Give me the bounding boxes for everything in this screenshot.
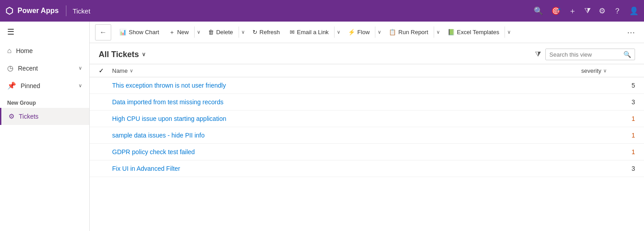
sidebar-home-label: Home bbox=[16, 47, 33, 54]
sidebar-group-label: New Group bbox=[0, 94, 89, 108]
header-check-col: ✓ bbox=[99, 67, 112, 74]
refresh-icon: ↻ bbox=[252, 29, 257, 36]
row-severity-1: 3 bbox=[581, 98, 635, 106]
email-chevron[interactable]: ∨ bbox=[334, 27, 343, 38]
help-icon[interactable]: ？ bbox=[614, 6, 621, 16]
table-row[interactable]: This exception thrown is not user friend… bbox=[90, 77, 644, 94]
row-link-5[interactable]: Fix UI in Advanced Filter bbox=[112, 165, 180, 172]
recent-icon: ◷ bbox=[7, 64, 13, 72]
home-icon: ⌂ bbox=[7, 47, 12, 55]
row-link-2[interactable]: High CPU issue upon starting application bbox=[112, 115, 226, 122]
row-severity-3: 1 bbox=[581, 132, 635, 139]
topbar: ⬡ Power Apps Ticket 🔍 🎯 ＋ ⧩ ⚙ ？ 👤 bbox=[0, 0, 644, 22]
row-severity-2: 1 bbox=[581, 115, 635, 122]
search-box[interactable]: 🔍 bbox=[545, 49, 635, 60]
table-row[interactable]: High CPU issue upon starting application… bbox=[90, 111, 644, 127]
sidebar-tickets-label: Tickets bbox=[19, 113, 39, 120]
content-area: ← 📊 Show Chart ＋ New ∨ 🗑 Delete ∨ ↻ Refr… bbox=[90, 22, 644, 231]
tickets-icon: ⚙ bbox=[9, 112, 14, 120]
refresh-button[interactable]: ↻ Refresh bbox=[248, 26, 285, 38]
user-icon[interactable]: 👤 bbox=[629, 6, 639, 16]
sidebar-recent-label: Recent bbox=[18, 65, 38, 72]
view-title-chevron: ∨ bbox=[142, 51, 146, 58]
pinned-chevron-icon: ∨ bbox=[78, 83, 82, 89]
sidebar-pinned-label: Pinned bbox=[21, 82, 40, 89]
sidebar-item-recent[interactable]: ◷ Recent ∨ bbox=[0, 59, 89, 77]
filter-topbar-icon[interactable]: ⧩ bbox=[584, 6, 591, 15]
row-link-0[interactable]: This exception thrown is not user friend… bbox=[112, 82, 226, 89]
sidebar: ☰ ⌂ Home ◷ Recent ∨ 📌 Pinned ∨ New Group… bbox=[0, 22, 90, 231]
table-row[interactable]: sample data issues - hide PII info 1 bbox=[90, 127, 644, 144]
topbar-icons: 🔍 🎯 ＋ ⧩ ⚙ ？ 👤 bbox=[534, 6, 639, 16]
header-name-col[interactable]: Name ∨ bbox=[112, 67, 581, 74]
search-icon[interactable]: 🔍 bbox=[534, 6, 543, 16]
new-chevron[interactable]: ∨ bbox=[194, 27, 203, 38]
excel-chevron[interactable]: ∨ bbox=[505, 27, 513, 38]
row-severity-5: 3 bbox=[581, 165, 635, 172]
more-button[interactable]: ⋯ bbox=[623, 26, 639, 39]
target-icon[interactable]: 🎯 bbox=[551, 6, 561, 16]
main-layout: ☰ ⌂ Home ◷ Recent ∨ 📌 Pinned ∨ New Group… bbox=[0, 22, 644, 231]
email-link-button[interactable]: ✉ Email a Link bbox=[285, 26, 333, 38]
search-input[interactable] bbox=[549, 51, 621, 58]
run-report-chevron[interactable]: ∨ bbox=[434, 27, 442, 38]
table-row[interactable]: Data imported from test missing records … bbox=[90, 94, 644, 111]
row-severity-4: 1 bbox=[581, 148, 635, 155]
flow-chevron[interactable]: ∨ bbox=[375, 27, 383, 38]
table-row[interactable]: GDPR policy check test failed 1 bbox=[90, 144, 644, 160]
view-title-text: All Tickets bbox=[99, 50, 139, 59]
header-severity-col[interactable]: severity ∨ bbox=[581, 67, 635, 74]
flow-button[interactable]: ⚡ Flow bbox=[344, 26, 374, 38]
back-icon: ← bbox=[100, 28, 107, 36]
row-name-1[interactable]: Data imported from test missing records bbox=[112, 98, 581, 106]
new-icon: ＋ bbox=[169, 28, 175, 36]
table-row[interactable]: Fix UI in Advanced Filter 3 bbox=[90, 160, 644, 177]
header-check-icon[interactable]: ✓ bbox=[99, 67, 104, 74]
back-button[interactable]: ← bbox=[95, 24, 111, 40]
sidebar-item-pinned[interactable]: 📌 Pinned ∨ bbox=[0, 77, 89, 94]
add-icon[interactable]: ＋ bbox=[569, 6, 576, 16]
excel-icon: 📗 bbox=[448, 29, 455, 36]
brand: ⬡ Power Apps bbox=[5, 5, 66, 16]
name-sort-icon: ∨ bbox=[130, 68, 133, 74]
view-filter-icon[interactable]: ⧩ bbox=[535, 50, 541, 58]
run-report-button[interactable]: 📋 Run Report bbox=[384, 26, 432, 38]
row-severity-0: 5 bbox=[581, 82, 635, 89]
sidebar-item-home[interactable]: ⌂ Home bbox=[0, 42, 89, 59]
show-chart-icon: 📊 bbox=[119, 29, 126, 36]
brand-label: Power Apps bbox=[17, 7, 59, 15]
delete-icon: 🗑 bbox=[208, 29, 214, 36]
command-bar: ← 📊 Show Chart ＋ New ∨ 🗑 Delete ∨ ↻ Refr… bbox=[90, 22, 644, 43]
settings-icon[interactable]: ⚙ bbox=[599, 6, 605, 16]
view-title[interactable]: All Tickets ∨ bbox=[99, 50, 146, 59]
sidebar-item-tickets[interactable]: ⚙ Tickets bbox=[0, 108, 89, 125]
data-table: ✓ Name ∨ severity ∨ This exception throw… bbox=[90, 64, 644, 231]
table-header: ✓ Name ∨ severity ∨ bbox=[90, 64, 644, 77]
run-report-icon: 📋 bbox=[389, 29, 396, 36]
severity-sort-icon: ∨ bbox=[603, 68, 607, 74]
show-chart-button[interactable]: 📊 Show Chart bbox=[115, 26, 164, 38]
row-name-5[interactable]: Fix UI in Advanced Filter bbox=[112, 165, 581, 172]
table-body: This exception thrown is not user friend… bbox=[90, 77, 644, 177]
row-name-3[interactable]: sample data issues - hide PII info bbox=[112, 132, 581, 139]
flow-icon: ⚡ bbox=[348, 29, 355, 36]
new-button[interactable]: ＋ New bbox=[165, 26, 193, 39]
row-link-1[interactable]: Data imported from test missing records bbox=[112, 98, 223, 106]
row-name-2[interactable]: High CPU issue upon starting application bbox=[112, 115, 581, 122]
page-title: Ticket bbox=[73, 7, 90, 15]
email-icon: ✉ bbox=[290, 29, 295, 36]
delete-chevron[interactable]: ∨ bbox=[239, 27, 247, 38]
row-link-3[interactable]: sample data issues - hide PII info bbox=[112, 132, 205, 139]
delete-button[interactable]: 🗑 Delete bbox=[204, 26, 238, 38]
hamburger-button[interactable]: ☰ bbox=[0, 22, 89, 42]
brand-icon: ⬡ bbox=[5, 5, 13, 16]
row-name-4[interactable]: GDPR policy check test failed bbox=[112, 148, 581, 155]
row-link-4[interactable]: GDPR policy check test failed bbox=[112, 148, 195, 155]
excel-templates-button[interactable]: 📗 Excel Templates bbox=[443, 26, 504, 38]
pinned-icon: 📌 bbox=[7, 81, 16, 90]
search-box-icon: 🔍 bbox=[623, 51, 631, 58]
row-name-0[interactable]: This exception thrown is not user friend… bbox=[112, 82, 581, 89]
recent-chevron-icon: ∨ bbox=[78, 65, 82, 71]
view-header: All Tickets ∨ ⧩ 🔍 bbox=[90, 43, 644, 64]
